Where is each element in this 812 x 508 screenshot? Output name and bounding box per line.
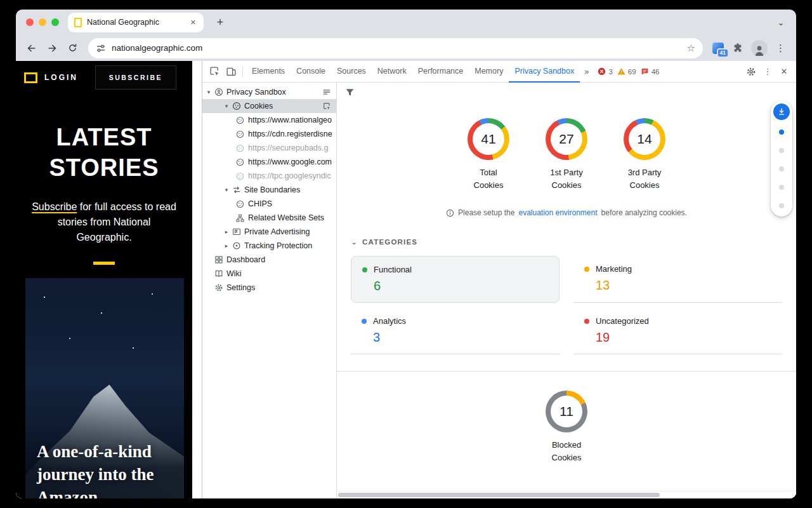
toolbar-separator bbox=[242, 67, 243, 77]
devtools-toolbar: Elements Console Sources Network Perform… bbox=[202, 61, 796, 83]
reload-button[interactable] bbox=[63, 39, 82, 58]
subscribe-link[interactable]: Subscribe bbox=[32, 201, 77, 212]
section-dot[interactable] bbox=[779, 185, 784, 190]
promo-text: Subscribe for full access to read storie… bbox=[16, 199, 192, 245]
tree-item-related-website-sets[interactable]: Related Website Sets bbox=[202, 211, 336, 225]
headline-line-2: STORIES bbox=[16, 152, 192, 183]
section-dot[interactable] bbox=[779, 203, 784, 208]
category-dot bbox=[584, 267, 589, 272]
minimize-window-button[interactable] bbox=[39, 18, 46, 26]
tab-search-button[interactable]: ⌄ bbox=[773, 15, 789, 30]
tree-item-cookie-origin[interactable]: https://cdn.registerdisne bbox=[202, 127, 336, 141]
tree-item-cookies[interactable]: ▾ Cookies bbox=[202, 99, 336, 113]
devtools-settings-button[interactable] bbox=[743, 64, 759, 80]
extensions-button[interactable] bbox=[728, 39, 747, 58]
more-tabs-button[interactable]: » bbox=[580, 67, 593, 76]
device-toolbar-button[interactable] bbox=[223, 64, 239, 80]
new-tab-button[interactable]: + bbox=[213, 15, 228, 30]
horizontal-scrollbar[interactable] bbox=[337, 491, 796, 498]
donut-label-line2: Cookies bbox=[552, 451, 582, 464]
category-uncategorized[interactable]: Uncategorized 19 bbox=[573, 308, 782, 354]
donut-hole: 14 bbox=[629, 123, 660, 155]
caret-down-icon[interactable]: ▾ bbox=[222, 103, 231, 109]
tab-memory[interactable]: Memory bbox=[469, 61, 509, 83]
section-dot[interactable] bbox=[779, 130, 784, 135]
tree-item-cookie-origin[interactable]: https://www.nationalgeo bbox=[202, 113, 336, 127]
categories-header[interactable]: ⌄ CATEGORIES bbox=[351, 237, 782, 246]
tree-item-cookie-origin[interactable]: https://www.google.com bbox=[202, 155, 336, 169]
section-dots bbox=[779, 130, 784, 208]
tab-sources[interactable]: Sources bbox=[331, 61, 372, 83]
cookie-icon bbox=[235, 115, 246, 125]
tab-performance[interactable]: Performance bbox=[412, 61, 469, 83]
category-name-row: Marketing bbox=[584, 264, 771, 274]
chevron-down-icon[interactable]: ⌄ bbox=[351, 237, 357, 246]
category-analytics[interactable]: Analytics 3 bbox=[351, 308, 560, 354]
cookie-extension-button[interactable]: 41 bbox=[709, 39, 727, 57]
natgeo-logo-icon[interactable] bbox=[24, 72, 37, 83]
login-link[interactable]: LOGIN bbox=[44, 73, 78, 82]
inspect-element-button[interactable] bbox=[206, 64, 223, 80]
caret-down-icon[interactable]: ▾ bbox=[204, 89, 213, 95]
donut-label: 1st Party Cookies bbox=[550, 166, 582, 192]
tab-close-icon[interactable]: ✕ bbox=[189, 17, 197, 28]
setup-info-row: Please setup the evaluation environment … bbox=[337, 208, 796, 217]
cookie-icon bbox=[235, 171, 246, 181]
profile-avatar[interactable] bbox=[751, 40, 768, 57]
issues-badge[interactable]: 46 bbox=[641, 67, 660, 76]
back-button[interactable] bbox=[22, 39, 41, 58]
devtools-close-button[interactable]: ✕ bbox=[776, 64, 792, 80]
omnibox[interactable]: nationalgeographic.com ☆ bbox=[88, 38, 703, 58]
section-dot[interactable] bbox=[779, 148, 784, 153]
donut-first-party-cookies: 27 1st Party Cookies bbox=[546, 118, 587, 192]
donut-hole: 27 bbox=[551, 123, 582, 155]
category-functional[interactable]: Functional 6 bbox=[351, 256, 560, 303]
tree-item-cookie-origin[interactable]: https://tpc.googlesyndic bbox=[202, 169, 336, 183]
donut-ring: 27 bbox=[546, 118, 587, 160]
zoom-window-button[interactable] bbox=[51, 18, 59, 26]
forward-button[interactable] bbox=[43, 39, 62, 58]
close-window-button[interactable] bbox=[26, 18, 34, 26]
story-photo[interactable]: A one-of-a-kind journey into the Amazon bbox=[25, 278, 184, 498]
tree-item-tracking-protection[interactable]: ▸ Tracking Protection bbox=[202, 239, 336, 253]
caret-right-icon[interactable]: ▸ bbox=[222, 243, 231, 249]
tab-privacy-sandbox[interactable]: Privacy Sandbox bbox=[509, 61, 580, 83]
tree-item-site-boundaries[interactable]: ▾ Site Boundaries bbox=[202, 183, 336, 197]
caret-right-icon[interactable]: ▸ bbox=[222, 229, 231, 235]
browser-tab[interactable]: National Geographic ✕ bbox=[68, 13, 204, 32]
tree-item-wiki[interactable]: Wiki bbox=[202, 267, 336, 281]
tree-item-settings[interactable]: Settings bbox=[202, 281, 336, 295]
browser-menu-button[interactable]: ⋮ bbox=[771, 43, 790, 54]
cookie-icon bbox=[231, 101, 242, 111]
subscribe-button[interactable]: SUBSCRIBE bbox=[95, 65, 176, 90]
tree-item-dashboard[interactable]: Dashboard bbox=[202, 253, 336, 267]
page-scroll-gutter[interactable] bbox=[192, 61, 202, 498]
tab-elements[interactable]: Elements bbox=[246, 61, 291, 83]
privacy-sandbox-sidebar: ▾ Privacy Sandbox ▾ bbox=[202, 83, 337, 498]
tree-item-chips[interactable]: CHIPS bbox=[202, 197, 336, 211]
scrollbar-thumb[interactable] bbox=[338, 493, 660, 497]
console-errors-badge[interactable]: 3 bbox=[598, 67, 612, 76]
photo-caption: A one-of-a-kind journey into the Amazon bbox=[37, 440, 178, 498]
info-text-prefix: Please setup the bbox=[458, 208, 514, 217]
download-report-button[interactable] bbox=[773, 104, 790, 120]
section-dot[interactable] bbox=[779, 166, 784, 171]
tab-network[interactable]: Network bbox=[372, 61, 412, 83]
category-marketing[interactable]: Marketing 13 bbox=[573, 256, 782, 303]
tab-console[interactable]: Console bbox=[291, 61, 331, 83]
tree-root-privacy-sandbox[interactable]: ▾ Privacy Sandbox bbox=[202, 85, 336, 99]
site-settings-icon[interactable] bbox=[96, 43, 106, 53]
evaluation-environment-link[interactable]: evaluation environment bbox=[518, 208, 597, 217]
category-name-row: Uncategorized bbox=[584, 316, 771, 326]
caret-down-icon[interactable]: ▾ bbox=[222, 187, 231, 193]
category-count: 19 bbox=[596, 330, 771, 345]
tree-item-private-advertising[interactable]: ▸ Private Advertising bbox=[202, 225, 336, 239]
tree-item-cookie-origin[interactable]: https://securepubads.g bbox=[202, 141, 336, 155]
console-warnings-badge[interactable]: 69 bbox=[617, 67, 636, 76]
inspect-cursor-icon bbox=[323, 102, 331, 110]
tree-item-label: Settings bbox=[226, 283, 255, 292]
bookmark-star-icon[interactable]: ☆ bbox=[687, 43, 695, 54]
sidebar-menu-icon[interactable] bbox=[322, 88, 331, 97]
filter-button[interactable] bbox=[345, 88, 355, 100]
devtools-menu-button[interactable]: ⋮ bbox=[759, 64, 776, 80]
